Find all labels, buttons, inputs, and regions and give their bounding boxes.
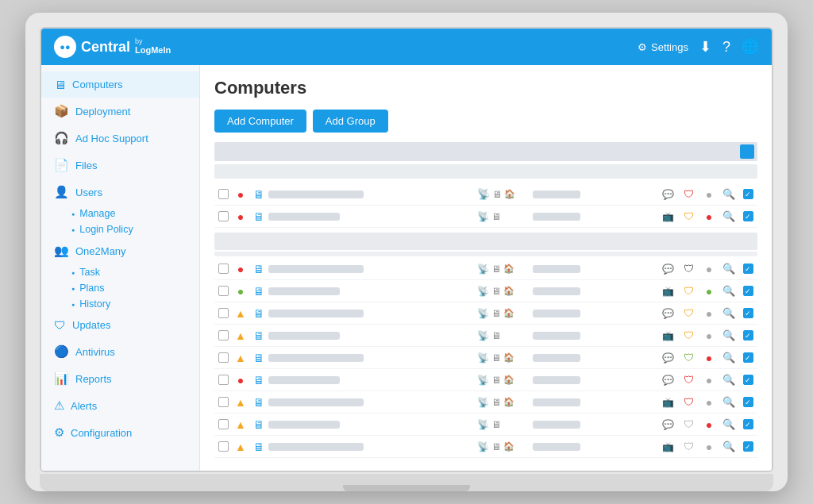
logo-title: Central [81,39,130,56]
row-select-checkbox[interactable]: ✓ [738,330,757,340]
remote-icon[interactable]: 📡 [477,352,489,364]
search-icon[interactable]: 🔍 [719,352,738,364]
row-checkbox[interactable] [214,352,232,363]
sidebar-item-files[interactable]: 📄 Files [41,152,199,179]
remote-icon[interactable]: 📡 [477,286,489,297]
settings-button[interactable]: ⚙ Settings [638,41,688,53]
search-icon[interactable]: 🔍 [719,329,738,341]
action-icons: 📡 🖥 [477,419,533,430]
screen-icon: 🖥 [491,397,501,408]
sidebar-item-adhoc[interactable]: 🎧 Ad Hoc Support [41,125,199,152]
computer-name [268,265,477,273]
remote-icon[interactable]: 📡 [477,188,490,200]
row-checkbox[interactable] [214,189,232,199]
shield-icon: 🛡 [684,441,694,452]
search-icon[interactable]: 🔍 [719,441,738,452]
download-icon[interactable]: ⬇ [699,38,711,56]
monitor-icon: 🖥 [249,441,268,453]
search-icon[interactable]: 🔍 [719,263,738,275]
task-label: Task [79,267,100,278]
row-select-checkbox[interactable]: ✓ [738,352,757,363]
remote-icon[interactable]: 📡 [477,419,489,430]
action-icons: 📡 🖥 🏠 [477,188,533,200]
search-icon[interactable]: 🔍 [719,210,738,222]
shield-icon: 🛡 [684,374,694,386]
group-subheader [214,252,757,256]
screen-icon: 🖥 [491,352,501,364]
app-header: ●● Central by LogMeIn ⚙ Settings ⬇ ? 🌐 [41,29,772,65]
row-checkbox[interactable] [214,286,232,296]
computer-name [268,421,477,429]
row-select-checkbox[interactable]: ✓ [738,308,757,318]
row-select-checkbox[interactable]: ✓ [738,397,757,407]
row-checkbox[interactable] [214,211,232,221]
row-checkbox[interactable] [214,330,232,340]
sidebar-item-alerts[interactable]: ⚠ Alerts [41,392,199,419]
monitor-icon: 🖥 [249,210,268,223]
remote-icon[interactable]: 📡 [477,330,489,341]
type-icon: 💬 [657,375,678,386]
dot-indicator: ● [699,210,719,223]
row-select-checkbox[interactable]: ✓ [738,286,757,296]
action-icons: 📡 🖥 [477,211,533,222]
computer-info [533,443,658,451]
sidebar-sub-task[interactable]: Task [41,264,199,280]
globe-icon[interactable]: 🌐 [742,38,759,56]
row-select-checkbox[interactable]: ✓ [738,264,757,274]
row-checkbox[interactable] [214,308,232,318]
search-icon[interactable]: 🔍 [719,374,738,386]
sidebar-item-configuration[interactable]: ⚙ Configuration [41,419,199,446]
group-header [214,233,757,250]
remote-icon[interactable]: 📡 [477,308,489,319]
search-icon[interactable]: 🔍 [719,418,738,430]
config-icon: ⚙ [54,425,64,440]
add-computer-button[interactable]: Add Computer [214,110,306,133]
sidebar-label-configuration: Configuration [71,427,132,439]
row-checkbox[interactable] [214,375,232,385]
sidebar-item-updates[interactable]: 🛡 Updates [41,312,199,338]
row-select-checkbox[interactable]: ✓ [738,419,757,429]
search-icon[interactable]: 🔍 [719,285,738,297]
status-icon: ▲ [232,352,249,364]
sidebar-sub-manage[interactable]: Manage [41,206,199,221]
remote-icon[interactable]: 📡 [477,375,489,386]
sidebar-sub-login-policy[interactable]: Login Policy [41,221,199,237]
add-group-button[interactable]: Add Group [313,110,388,133]
search-icon[interactable]: 🔍 [719,188,738,200]
remote-icon[interactable]: 📡 [477,264,489,275]
sidebar-item-deployment[interactable]: 📦 Deployment [41,98,199,125]
sidebar-item-computers[interactable]: 🖥 Computers [41,71,199,98]
home-icon: 🏠 [503,352,514,363]
sidebar-item-antivirus[interactable]: 🔵 Antivirus [41,338,199,365]
row-select-checkbox[interactable]: ✓ [738,375,757,385]
help-icon[interactable]: ? [722,39,730,56]
status-icon: ▲ [232,396,249,409]
sidebar-label-alerts: Alerts [71,400,97,412]
row-checkbox[interactable] [214,397,232,407]
sidebar-sub-history[interactable]: History [41,296,199,312]
alerts-icon: ⚠ [54,398,64,413]
remote-icon[interactable]: 📡 [477,211,489,222]
row-checkbox[interactable] [214,419,232,429]
row-select-checkbox[interactable]: ✓ [738,211,757,221]
sidebar-item-users[interactable]: 👤 Users [41,179,199,206]
remote-icon[interactable]: 📡 [477,441,489,452]
search-icon[interactable]: 🔍 [719,307,738,319]
dot-indicator: ● [699,307,719,320]
row-select-checkbox[interactable]: ✓ [738,441,757,452]
sidebar-item-one2many[interactable]: 👥 One2Many [41,237,199,264]
logo-logmein: LogMeIn [135,45,171,56]
monitor-icon: 🖥 [249,285,268,298]
screen-icon: 🖥 [491,330,501,341]
remote-icon[interactable]: 📡 [477,397,489,408]
row-checkbox[interactable] [214,264,232,274]
computer-name [268,287,477,295]
page-title: Computers [214,78,757,98]
search-icon[interactable]: 🔍 [719,396,738,408]
monitor-icon: 🖥 [249,263,268,275]
sidebar-sub-plans[interactable]: Plans [41,280,199,296]
table-row: ● 🖥 📡 🖥 🏠 📺 🛡 ● 🔍 ✓ [214,280,757,302]
sidebar-item-reports[interactable]: 📊 Reports [41,365,199,392]
row-select-checkbox[interactable]: ✓ [738,189,757,199]
row-checkbox[interactable] [214,441,232,452]
